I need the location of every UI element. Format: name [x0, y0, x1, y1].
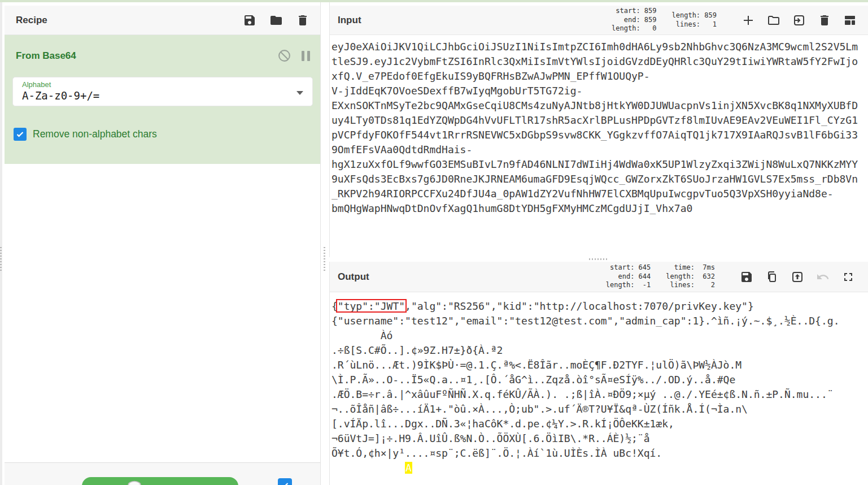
alphabet-label: Alphabet — [22, 80, 304, 89]
plus-icon — [741, 14, 755, 27]
pause-icon — [302, 51, 310, 61]
output-body-text: {"username":"test12","email":"test12@tes… — [332, 314, 868, 461]
copy-output-button[interactable] — [765, 270, 779, 284]
open-file-as-input-button[interactable] — [792, 14, 806, 27]
output-panel: Output start: 645 end: 644 length: -1 ti… — [329, 262, 868, 485]
check-icon — [280, 480, 290, 485]
input-editor[interactable]: eyJ0eXAiOiJKV1QiLCJhbGciOiJSUzI1NiIsImtp… — [332, 40, 868, 216]
recipe-drop-area[interactable] — [5, 164, 320, 460]
reset-layout-icon — [843, 14, 857, 27]
recipe-controls-bar — [5, 462, 320, 485]
input-stats-size: length: 859 lines: 1 — [672, 11, 717, 29]
undo-output-button[interactable] — [816, 270, 830, 284]
operations-splitter-handle[interactable] — [0, 247, 2, 271]
recipe-io-splitter-handle[interactable] — [324, 247, 325, 271]
remove-non-alphabet-row: Remove non-alphabet chars — [14, 128, 157, 141]
add-input-tab-button[interactable] — [741, 14, 755, 27]
output-stats-size: time: 7ms length: 632 lines: 2 — [666, 263, 715, 290]
undo-icon — [816, 270, 830, 284]
input-content: eyJ0eXAiOiJKV1QiLCJhbGciOiJSUzI1NiIsImtp… — [330, 35, 868, 216]
check-icon — [15, 129, 25, 139]
maximize-icon — [841, 270, 855, 284]
save-icon — [740, 270, 753, 284]
save-recipe-button[interactable] — [242, 13, 257, 28]
recipe-panel: Recipe From Base64 — [5, 2, 321, 485]
alphabet-value[interactable]: A-Za-z0-9+/= — [22, 89, 304, 103]
output-last-indent — [332, 462, 405, 474]
replace-input-with-output-button[interactable] — [791, 270, 804, 284]
highlighted-char: A — [405, 462, 412, 474]
output-line1-suffix: ,"alg":"RS256","kid":"http://localhost:7… — [405, 300, 754, 312]
search-highlight-red-box: "typ":"JWT" — [338, 300, 405, 312]
trash-icon — [296, 14, 309, 27]
frying-pan-icon — [126, 479, 143, 485]
output-stats-position: start: 645 end: 644 length: -1 — [606, 263, 651, 290]
recipe-title: Recipe — [16, 15, 47, 26]
io-splitter-handle[interactable] — [589, 258, 607, 260]
alphabet-combobox[interactable]: Alphabet A-Za-z0-9+/= — [12, 77, 313, 106]
breakpoint-button[interactable] — [302, 51, 310, 61]
input-panel: Input start: 859 end: 859 length: 0 leng… — [329, 2, 868, 257]
clear-io-button[interactable] — [818, 14, 831, 27]
output-content: {"typ":"JWT","alg":"RS256","kid":"http:/… — [330, 292, 868, 475]
input-stats-position: start: 859 end: 859 length: 0 — [612, 7, 656, 33]
load-recipe-button[interactable] — [269, 13, 283, 28]
recipe-header: Recipe — [5, 6, 320, 35]
bake-button[interactable] — [82, 477, 238, 485]
output-last-line: A — [332, 461, 868, 475]
operations-panel-edge — [0, 2, 2, 485]
remove-non-alphabet-checkbox[interactable] — [14, 128, 27, 141]
replace-input-icon — [791, 270, 804, 284]
output-title: Output — [338, 271, 369, 283]
save-icon — [243, 14, 256, 27]
open-file-icon — [792, 14, 806, 27]
maximize-output-button[interactable] — [841, 270, 855, 284]
reset-layout-button[interactable] — [843, 14, 857, 27]
chevron-down-icon[interactable] — [296, 91, 303, 95]
input-header: Input start: 859 end: 859 length: 0 leng… — [330, 6, 868, 35]
disable-operation-button[interactable] — [277, 49, 291, 63]
output-text: {"typ":"JWT","alg":"RS256","kid":"http:/… — [332, 299, 868, 475]
remove-non-alphabet-label: Remove non-alphabet chars — [33, 128, 157, 140]
output-line-1: {"typ":"JWT","alg":"RS256","kid":"http:/… — [332, 299, 868, 314]
trash-icon — [818, 14, 831, 27]
input-title: Input — [338, 15, 361, 26]
copy-icon — [765, 270, 779, 284]
auto-bake-checkbox[interactable] — [278, 478, 292, 485]
folder-icon — [269, 14, 283, 27]
operation-title-row: From Base64 — [5, 35, 320, 63]
cyberchef-app: Recipe From Base64 — [0, 0, 868, 485]
clear-recipe-button[interactable] — [295, 13, 310, 28]
operation-name: From Base64 — [16, 50, 76, 62]
output-header: Output start: 645 end: 644 length: -1 ti… — [330, 262, 868, 292]
save-output-button[interactable] — [740, 270, 753, 284]
disable-icon — [277, 49, 291, 63]
open-folder-as-input-button[interactable] — [767, 14, 780, 27]
output-line1-prefix: { — [332, 300, 338, 312]
open-folder-icon — [767, 14, 780, 27]
operation-from-base64[interactable]: From Base64 Alphabet A-Za-z0-9+/= Remove — [5, 35, 320, 164]
